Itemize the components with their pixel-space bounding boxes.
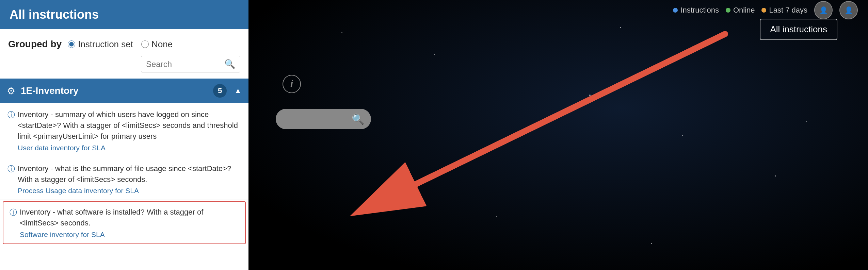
instructions-topbar-label: Instructions: [680, 6, 719, 15]
all-instructions-button[interactable]: All instructions: [760, 19, 837, 40]
radio-none-input[interactable]: [141, 40, 149, 48]
info-circle-icon: i: [283, 75, 301, 93]
last7days-topbar-label: Last 7 days: [769, 6, 807, 15]
star-dot: [341, 32, 342, 33]
group-settings-icon: ⚙: [7, 85, 15, 97]
instruction-subtitle: User data inventory for SLA: [18, 144, 241, 152]
left-panel: All instructions Grouped by Instruction …: [0, 0, 248, 270]
group-title: 1E-Inventory: [21, 85, 208, 96]
dark-search-bar[interactable]: 🔍: [276, 109, 371, 129]
group-header[interactable]: ⚙ 1E-Inventory 5 ▲: [0, 79, 248, 103]
search-icon: 🔍: [224, 59, 235, 69]
last7days-dot: [761, 8, 766, 13]
search-box: 🔍: [141, 56, 240, 72]
radio-instruction-set-input[interactable]: [68, 40, 75, 48]
avatar-secondary[interactable]: 👤: [839, 1, 858, 19]
star-dot: [496, 216, 497, 217]
radio-none[interactable]: None: [141, 39, 173, 50]
panel-title: All instructions: [10, 7, 99, 21]
instructions-topbar-item: Instructions: [673, 6, 719, 15]
avatar[interactable]: 👤: [814, 1, 833, 19]
instruction-subtitle: Software inventory for SLA: [20, 231, 239, 239]
radio-instruction-set[interactable]: Instruction set: [68, 39, 133, 50]
instruction-title: ⓘ Inventory - what is the summary of fil…: [7, 163, 241, 185]
filter-bar: Grouped by Instruction set None 🔍: [0, 29, 248, 79]
instruction-item-highlighted[interactable]: ⓘ Inventory - what software is installed…: [3, 201, 246, 244]
instructions-dot: [673, 8, 678, 13]
right-panel: Instructions Online Last 7 days 👤 👤 All …: [248, 0, 868, 270]
search-input[interactable]: [146, 60, 221, 69]
online-topbar-item: Online: [726, 6, 755, 15]
list-area[interactable]: ⚙ 1E-Inventory 5 ▲ ⓘ Inventory - summary…: [0, 79, 248, 270]
question-icon: ⓘ: [7, 164, 15, 174]
stars-background: [248, 0, 868, 270]
online-dot: [726, 8, 730, 13]
star-dot: [434, 54, 435, 55]
star-dot: [775, 175, 776, 176]
last7days-topbar-item: Last 7 days: [761, 6, 807, 15]
star-dot: [372, 203, 373, 203]
question-icon: ⓘ: [10, 207, 17, 218]
star-dot: [651, 243, 652, 244]
instruction-item[interactable]: ⓘ Inventory - summary of which users hav…: [0, 103, 248, 157]
top-bar: Instructions Online Last 7 days 👤 👤: [248, 0, 868, 20]
dark-search-icon: 🔍: [352, 113, 364, 125]
instruction-subtitle: Process Usage data inventory for SLA: [18, 187, 241, 195]
radio-group: Instruction set None: [68, 39, 173, 50]
star-dot: [620, 27, 621, 28]
online-topbar-label: Online: [733, 6, 755, 15]
star-dot: [589, 95, 591, 96]
star-dot: [682, 135, 683, 136]
question-icon: ⓘ: [7, 109, 15, 120]
instruction-title: ⓘ Inventory - summary of which users hav…: [7, 109, 241, 142]
chevron-up-icon: ▲: [234, 86, 242, 95]
star-dot: [806, 121, 807, 122]
radio-none-label: None: [151, 39, 173, 50]
group-badge: 5: [213, 84, 227, 98]
grouped-by-label: Grouped by: [8, 39, 62, 50]
radio-instruction-set-label: Instruction set: [78, 39, 133, 50]
instruction-title: ⓘ Inventory - what software is installed…: [10, 207, 239, 229]
panel-header: All instructions: [0, 0, 248, 29]
instruction-item[interactable]: ⓘ Inventory - what is the summary of fil…: [0, 157, 248, 200]
